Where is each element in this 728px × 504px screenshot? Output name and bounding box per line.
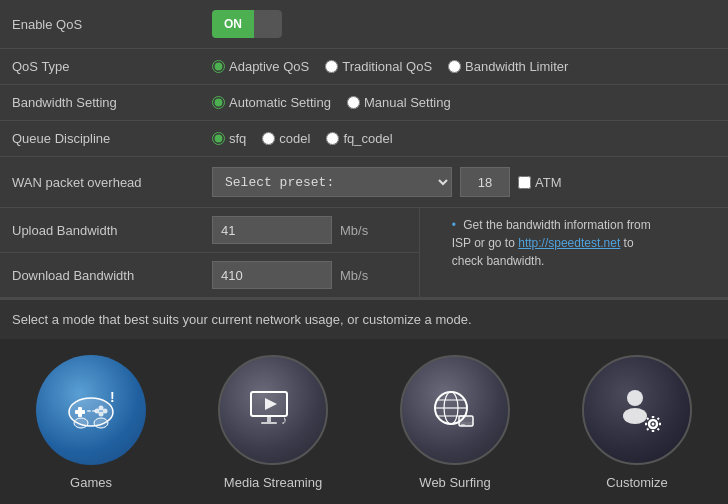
svg-line-34: [647, 418, 649, 420]
wan-overhead-controls: Select preset: ATM: [212, 167, 716, 197]
svg-line-35: [658, 429, 660, 431]
bandwidth-info: • Get the bandwidth information from ISP…: [432, 216, 662, 270]
queue-codel[interactable]: codel: [262, 131, 310, 146]
svg-rect-25: [461, 424, 465, 426]
svg-point-26: [627, 390, 643, 406]
web-label: Web Surfing: [419, 475, 490, 490]
svg-rect-16: [261, 422, 277, 424]
customize-icon: [607, 380, 667, 440]
wan-overhead-label: WAN packet overhead: [0, 157, 200, 208]
web-icon: [425, 380, 485, 440]
media-icon: ♪: [243, 380, 303, 440]
queue-discipline-options: sfq codel fq_codel: [212, 131, 716, 146]
web-icon-circle: [400, 355, 510, 465]
bandwidth-setting-label: Bandwidth Setting: [0, 85, 200, 121]
qos-type-label: QoS Type: [0, 49, 200, 85]
speedtest-link[interactable]: http://speedtest.net: [518, 236, 620, 250]
toggle-on-label: ON: [212, 10, 254, 38]
svg-point-9: [74, 418, 88, 428]
games-icon: !: [61, 380, 121, 440]
preset-select[interactable]: Select preset:: [212, 167, 452, 197]
download-bandwidth-label: Download Bandwidth: [0, 253, 200, 298]
download-bandwidth-input[interactable]: [212, 261, 332, 289]
qos-type-bandwidth[interactable]: Bandwidth Limiter: [448, 59, 568, 74]
mode-card-customize[interactable]: Customize: [546, 355, 728, 490]
atm-checkbox-label[interactable]: ATM: [518, 175, 561, 190]
svg-point-29: [652, 423, 655, 426]
bandwidth-setting-automatic[interactable]: Automatic Setting: [212, 95, 331, 110]
download-unit: Mb/s: [340, 268, 368, 283]
qos-type-adaptive[interactable]: Adaptive QoS: [212, 59, 309, 74]
mode-cards-container: ! Games ♪ Media Streaming: [0, 339, 728, 490]
queue-sfq[interactable]: sfq: [212, 131, 246, 146]
mode-description: Select a mode that best suits your curre…: [0, 299, 728, 339]
bandwidth-setting-options: Automatic Setting Manual Setting: [212, 95, 716, 110]
svg-text:!: !: [110, 389, 115, 405]
customize-icon-circle: [582, 355, 692, 465]
atm-checkbox[interactable]: [518, 176, 531, 189]
svg-point-10: [94, 418, 108, 428]
upload-bandwidth-input[interactable]: [212, 216, 332, 244]
enable-qos-label: Enable QoS: [0, 0, 200, 49]
mode-card-media[interactable]: ♪ Media Streaming: [182, 355, 364, 490]
games-icon-circle: !: [36, 355, 146, 465]
qos-type-options: Adaptive QoS Traditional QoS Bandwidth L…: [212, 59, 716, 74]
enable-qos-toggle[interactable]: ON: [212, 10, 282, 38]
upload-unit: Mb/s: [340, 223, 368, 238]
bandwidth-setting-manual[interactable]: Manual Setting: [347, 95, 451, 110]
svg-point-4: [103, 409, 108, 414]
svg-point-5: [99, 412, 104, 417]
svg-text:♪: ♪: [281, 413, 287, 427]
svg-rect-2: [75, 410, 85, 414]
games-label: Games: [70, 475, 112, 490]
bullet-point: •: [452, 218, 456, 232]
svg-point-27: [623, 408, 647, 424]
media-icon-circle: ♪: [218, 355, 328, 465]
upload-bandwidth-label: Upload Bandwidth: [0, 208, 200, 253]
svg-rect-8: [92, 410, 96, 412]
queue-fq-codel[interactable]: fq_codel: [326, 131, 392, 146]
overhead-value-input[interactable]: [460, 167, 510, 197]
svg-line-37: [647, 429, 649, 431]
toggle-off-area: [254, 10, 282, 38]
media-label: Media Streaming: [224, 475, 322, 490]
svg-point-3: [99, 406, 104, 411]
svg-rect-15: [267, 416, 271, 422]
queue-discipline-label: Queue Discipline: [0, 121, 200, 157]
customize-label: Customize: [606, 475, 667, 490]
mode-card-games[interactable]: ! Games: [0, 355, 182, 490]
svg-rect-7: [87, 410, 91, 412]
svg-line-36: [658, 418, 660, 420]
qos-type-traditional[interactable]: Traditional QoS: [325, 59, 432, 74]
mode-card-web[interactable]: Web Surfing: [364, 355, 546, 490]
svg-rect-24: [459, 422, 473, 426]
